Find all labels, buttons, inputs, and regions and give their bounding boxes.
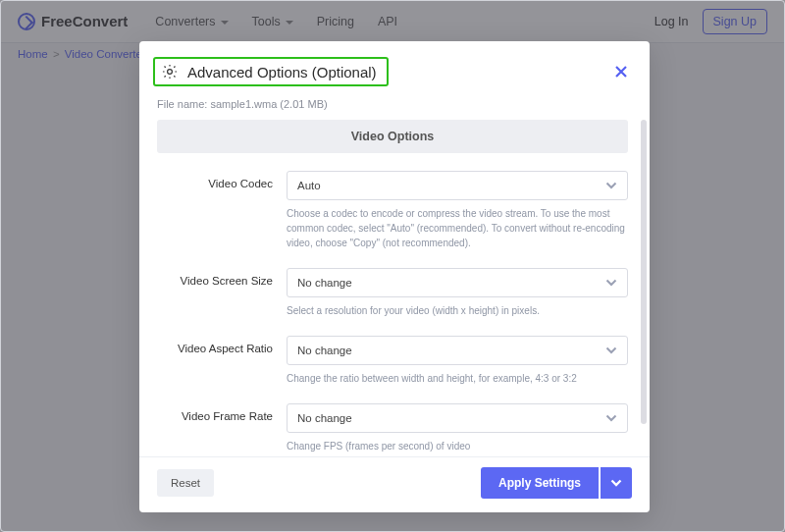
select-frame-rate[interactable]: No change	[287, 403, 628, 433]
option-row-codec: Video Codec Auto Choose a codec to encod…	[157, 171, 628, 250]
gear-icon	[161, 63, 179, 80]
option-row-fps: Video Frame Rate No change Change FPS (f…	[157, 403, 628, 453]
help-screen-size: Select a resolution for your video (widt…	[287, 303, 628, 318]
help-aspect-ratio: Change the ratio between width and heigh…	[287, 371, 628, 386]
select-screen-size[interactable]: No change	[287, 268, 628, 297]
modal-title: Advanced Options (Optional)	[187, 64, 377, 80]
help-video-codec: Choose a codec to encode or compress the…	[287, 206, 628, 250]
modal-title-highlight: Advanced Options (Optional)	[153, 57, 389, 86]
file-info: File name: sample1.wma (2.01 MB)	[139, 94, 650, 120]
apply-dropdown-button[interactable]	[601, 467, 632, 499]
svg-point-0	[168, 70, 173, 75]
chevron-down-icon	[605, 412, 617, 424]
option-row-aspect: Video Aspect Ratio No change Change the …	[157, 336, 628, 386]
reset-button[interactable]: Reset	[157, 469, 214, 497]
chevron-down-icon	[605, 277, 617, 289]
chevron-down-icon	[605, 345, 617, 356]
chevron-down-icon	[610, 479, 622, 487]
chevron-down-icon	[605, 180, 617, 191]
label-frame-rate: Video Frame Rate	[157, 403, 273, 453]
select-aspect-ratio[interactable]: No change	[287, 336, 628, 365]
section-video-options: Video Options	[157, 120, 628, 153]
option-row-size: Video Screen Size No change Select a res…	[157, 268, 628, 318]
label-aspect-ratio: Video Aspect Ratio	[157, 336, 273, 386]
close-icon	[614, 65, 628, 79]
select-video-codec[interactable]: Auto	[287, 171, 628, 200]
advanced-options-modal: Advanced Options (Optional) File name: s…	[139, 41, 650, 512]
apply-settings-button[interactable]: Apply Settings	[481, 467, 599, 499]
help-frame-rate: Change FPS (frames per second) of video	[287, 439, 628, 453]
close-button[interactable]	[610, 61, 632, 82]
label-video-codec: Video Codec	[157, 171, 273, 250]
label-screen-size: Video Screen Size	[157, 268, 273, 318]
scrollbar[interactable]	[641, 120, 647, 424]
